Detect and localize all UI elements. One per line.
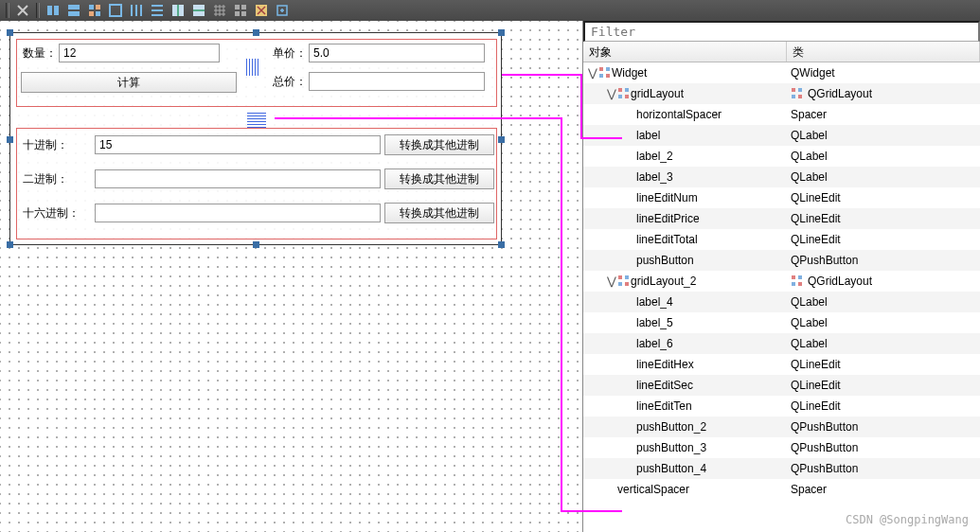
tree-item-name: label_3 (636, 170, 673, 184)
svg-rect-25 (792, 88, 795, 92)
tree-header: 对象 类 (583, 42, 980, 62)
svg-rect-7 (96, 11, 100, 16)
tree-row[interactable]: ⋁WidgetQWidget (583, 62, 980, 83)
svg-rect-26 (792, 95, 795, 98)
tree-row[interactable]: label_3QLabel (583, 167, 980, 187)
convert-button-3[interactable]: 转换成其他进制 (384, 203, 494, 223)
tree-item-name: pushButton_4 (636, 462, 706, 475)
svg-rect-2 (68, 5, 80, 9)
tree-row[interactable]: lineEditSecQLineEdit (583, 375, 980, 396)
v-layout-icon[interactable] (148, 2, 167, 19)
resize-handle[interactable] (253, 29, 259, 36)
svg-rect-34 (792, 282, 795, 286)
svg-rect-14 (241, 11, 246, 16)
tree-row[interactable]: labelQLabel (583, 125, 980, 146)
split-h-icon[interactable] (169, 2, 187, 19)
tree-item-class: QLineEdit (791, 358, 841, 371)
layout-icon-2[interactable] (64, 2, 83, 19)
break-layout-icon[interactable] (252, 2, 271, 19)
tree-item-class: QPushButton (791, 254, 858, 267)
svg-rect-31 (625, 275, 629, 279)
tree-row[interactable]: label_4QLabel (583, 292, 980, 312)
tree-item-class: QLineEdit (791, 379, 841, 392)
resize-handle[interactable] (7, 241, 13, 248)
tree-row[interactable]: horizontalSpacerSpacer (583, 104, 980, 125)
tree-item-class: Spacer (791, 108, 827, 121)
object-tree[interactable]: ⋁WidgetQWidget⋁gridLayoutQGridLayouthori… (583, 62, 980, 532)
filter-input[interactable] (583, 21, 980, 42)
tree-row[interactable]: verticalSpacerSpacer (583, 479, 980, 500)
expand-icon[interactable]: ⋁ (587, 66, 598, 80)
qty-input[interactable] (59, 44, 220, 62)
resize-handle[interactable] (7, 29, 13, 36)
tree-row[interactable]: lineEditPriceQLineEdit (583, 208, 980, 229)
convert-button-1[interactable]: 转换成其他进制 (384, 134, 494, 155)
tree-row[interactable]: label_6QLabel (583, 333, 980, 354)
tree-row[interactable]: lineEditTotalQLineEdit (583, 229, 980, 250)
grid-large-icon[interactable] (231, 2, 250, 19)
svg-rect-0 (47, 6, 52, 15)
tree-row[interactable]: label_5QLabel (583, 312, 980, 333)
h-layout-icon[interactable] (127, 2, 146, 19)
resize-handle[interactable] (498, 136, 505, 143)
grid-layout-2[interactable]: 十进制： 转换成其他进制 二进制： 转换成其他进制 十六进制： 转换成其他进制 (16, 128, 497, 239)
close-icon[interactable] (13, 2, 32, 19)
resize-handle[interactable] (498, 241, 505, 248)
svg-rect-13 (235, 11, 240, 16)
tree-header-object[interactable]: 对象 (583, 42, 787, 62)
svg-rect-36 (798, 282, 802, 286)
resize-handle[interactable] (498, 29, 505, 36)
hex-input[interactable] (95, 204, 381, 222)
tree-item-name: lineEditPrice (636, 212, 700, 225)
resize-handle[interactable] (7, 136, 13, 143)
resize-handle[interactable] (253, 241, 259, 248)
tree-row[interactable]: pushButton_3QPushButton (583, 437, 980, 458)
tree-item-class: Spacer (791, 483, 827, 496)
bin-input[interactable] (95, 169, 381, 188)
svg-rect-33 (792, 275, 795, 279)
tree-item-class: QLineEdit (791, 399, 841, 413)
tree-row[interactable]: ⋁gridLayoutQGridLayout (583, 83, 980, 104)
tree-row[interactable]: lineEditTenQLineEdit (583, 396, 980, 417)
expand-icon[interactable]: ⋁ (606, 275, 617, 288)
calc-button[interactable]: 计算 (21, 72, 237, 93)
tree-row[interactable]: pushButton_4QPushButton (583, 458, 980, 479)
tree-row[interactable]: lineEditNumQLineEdit (583, 187, 980, 208)
widget-frame[interactable]: 数量： 计算 单价： 总价： 十进制： (9, 32, 502, 245)
convert-button-2[interactable]: 转换成其他进制 (384, 168, 494, 189)
expand-icon[interactable]: ⋁ (606, 87, 617, 100)
price-input[interactable] (309, 44, 485, 62)
svg-rect-23 (625, 88, 629, 92)
grid-layout-1[interactable]: 数量： 计算 单价： 总价： (16, 39, 497, 107)
dec-label: 十进制： (21, 136, 95, 154)
total-input[interactable] (309, 72, 485, 91)
tree-item-name: label_4 (636, 295, 673, 309)
tree-header-class[interactable]: 类 (787, 42, 980, 62)
layout-icon-3[interactable] (85, 2, 104, 19)
tree-item-name: Widget (612, 66, 647, 80)
dec-input[interactable] (95, 135, 381, 154)
tree-item-name: label_6 (636, 337, 673, 350)
tree-row[interactable]: pushButtonQPushButton (583, 250, 980, 271)
split-v-icon[interactable] (189, 2, 208, 19)
layout-icon-1[interactable] (44, 2, 62, 19)
tree-row[interactable]: ⋁gridLayout_2QGridLayout (583, 271, 980, 292)
toolbar-separator (36, 3, 40, 18)
horizontal-spacer-icon (246, 59, 259, 76)
tree-row[interactable]: pushButton_2QPushButton (583, 417, 980, 437)
adjust-size-icon[interactable] (273, 2, 292, 19)
svg-rect-3 (68, 11, 80, 16)
svg-rect-5 (96, 5, 100, 9)
tree-item-name: pushButton_2 (636, 420, 706, 434)
layout-icon-4[interactable] (106, 2, 125, 19)
svg-rect-18 (599, 74, 603, 78)
tree-row[interactable]: label_2QLabel (583, 146, 980, 167)
tree-row[interactable]: lineEditHexQLineEdit (583, 354, 980, 375)
grid-small-icon[interactable] (210, 2, 229, 19)
tree-item-name: lineEditTen (636, 399, 692, 413)
svg-rect-24 (625, 95, 629, 98)
tree-item-name: label_5 (636, 316, 673, 329)
tree-item-class: QLineEdit (791, 233, 841, 246)
svg-rect-17 (599, 67, 603, 71)
design-canvas[interactable]: 数量： 计算 单价： 总价： 十进制： (0, 21, 582, 532)
